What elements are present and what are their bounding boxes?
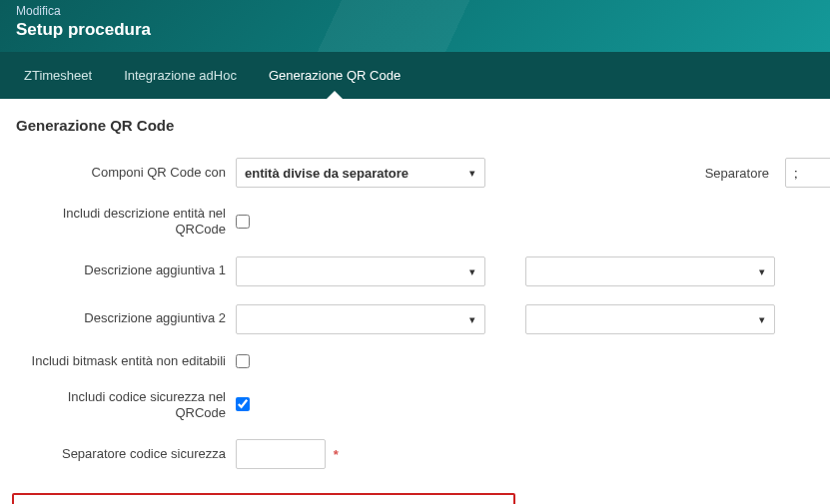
header-title: Setup procedura xyxy=(16,20,814,40)
content-area: Generazione QR Code Componi QR Code con … xyxy=(0,99,830,504)
desc2b-select[interactable] xyxy=(525,304,775,334)
include-desc-label: Includi descrizione entità nel QRCode xyxy=(16,206,226,239)
tab-generazione-qr-code[interactable]: Generazione QR Code xyxy=(253,52,416,99)
separator-input[interactable] xyxy=(785,158,830,188)
include-sec-label: Includi codice sicurezza nel QRCode xyxy=(16,389,226,422)
desc1b-select[interactable] xyxy=(525,256,775,286)
desc1a-select[interactable] xyxy=(236,256,485,286)
desc1-label: Descrizione aggiuntiva 1 xyxy=(16,262,226,278)
separator-group: * xyxy=(785,158,830,188)
tabs-bar: ZTimesheet Integrazione adHoc Generazion… xyxy=(0,52,830,99)
desc2a-select[interactable] xyxy=(236,304,485,334)
desc2-label: Descrizione aggiuntiva 2 xyxy=(16,310,226,326)
header-pretitle: Modifica xyxy=(16,4,814,18)
algorithm-highlight-row: Algoritmo codice sicurezza Mobile Zucche… xyxy=(12,493,515,504)
tab-ztimesheet[interactable]: ZTimesheet xyxy=(8,52,108,99)
include-bitmask-label: Includi bitmask entità non editabili xyxy=(16,353,226,369)
desc1a-select-wrap xyxy=(236,256,485,286)
form-grid: Componi QR Code con entità divise da sep… xyxy=(16,158,814,504)
desc2a-select-wrap xyxy=(236,304,485,334)
page-header: Modifica Setup procedura xyxy=(0,0,830,52)
desc1b-select-wrap xyxy=(525,256,775,286)
include-sec-checkbox[interactable] xyxy=(236,397,250,411)
desc2b-select-wrap xyxy=(525,304,775,334)
sec-sep-label: Separatore codice sicurezza xyxy=(16,446,226,462)
compose-select[interactable]: entità divise da separatore xyxy=(236,158,485,188)
include-sec-cell xyxy=(236,395,485,414)
include-desc-cell xyxy=(236,213,485,232)
separator-label: Separatore xyxy=(525,166,775,181)
include-desc-checkbox[interactable] xyxy=(236,215,250,229)
include-bitmask-cell xyxy=(236,352,485,371)
sec-sep-cell: * xyxy=(236,439,485,469)
compose-label: Componi QR Code con xyxy=(16,165,226,181)
compose-select-wrap: entità divise da separatore xyxy=(236,158,485,188)
sec-sep-input[interactable] xyxy=(236,439,326,469)
tab-integrazione-adhoc[interactable]: Integrazione adHoc xyxy=(108,52,253,99)
section-title: Generazione QR Code xyxy=(16,117,814,134)
include-bitmask-checkbox[interactable] xyxy=(236,354,250,368)
sec-sep-required-icon: * xyxy=(334,447,339,462)
